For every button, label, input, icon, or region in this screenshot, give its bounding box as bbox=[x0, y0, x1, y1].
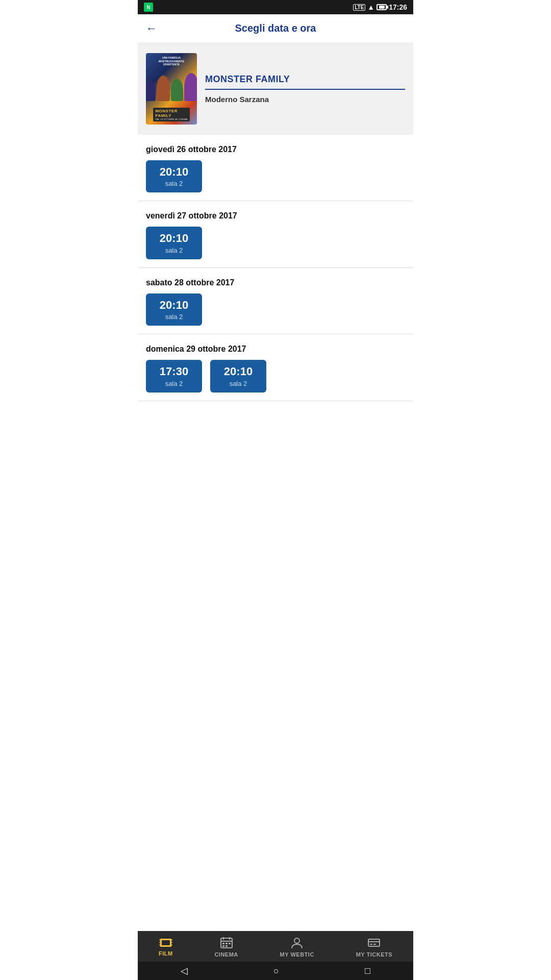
showtime-room-3-1: sala 2 bbox=[230, 380, 247, 387]
movie-title: MONSTER FAMILY bbox=[205, 74, 405, 90]
char-2 bbox=[157, 76, 170, 101]
showtime-room-3-0: sala 2 bbox=[165, 380, 183, 387]
showtime-time-1-0: 20:10 bbox=[160, 232, 188, 245]
signal-icon: ▲ bbox=[367, 3, 374, 11]
schedule-date-0: giovedì 26 ottobre 2017 bbox=[146, 145, 405, 154]
schedule-day-1: venerdì 27 ottobre 201720:10sala 2 bbox=[138, 201, 413, 267]
movie-poster: UNA FAMIGLIAMOSTRUOSAMENTEDIVERTENTE MON… bbox=[146, 53, 197, 125]
poster-date-text: DAL 19 OTTOBRE AL CINEMA bbox=[155, 118, 187, 120]
showtime-time-3-0: 17:30 bbox=[160, 365, 188, 378]
schedule-container: giovedì 26 ottobre 201720:10sala 2venerd… bbox=[138, 135, 413, 401]
char-4 bbox=[184, 73, 197, 101]
poster-logo: MONSTERFAMILY DAL 19 OTTOBRE AL CINEMA bbox=[153, 108, 189, 121]
poster-characters bbox=[146, 73, 197, 101]
schedule-day-3: domenica 29 ottobre 201717:30sala 220:10… bbox=[138, 334, 413, 401]
showtime-room-1-0: sala 2 bbox=[165, 247, 183, 254]
poster-overlay: UNA FAMIGLIAMOSTRUOSAMENTEDIVERTENTE MON… bbox=[146, 53, 197, 125]
showtime-btn-3-1[interactable]: 20:10sala 2 bbox=[210, 360, 266, 392]
showtime-time-2-0: 20:10 bbox=[160, 299, 188, 312]
schedule-day-0: giovedì 26 ottobre 201720:10sala 2 bbox=[138, 135, 413, 201]
showtime-time-3-1: 20:10 bbox=[224, 365, 253, 378]
char-3 bbox=[171, 79, 183, 101]
showtime-btn-2-0[interactable]: 20:10sala 2 bbox=[146, 293, 202, 326]
schedule-date-1: venerdì 27 ottobre 2017 bbox=[146, 211, 405, 220]
poster-top-text: UNA FAMIGLIAMOSTRUOSAMENTEDIVERTENTE bbox=[159, 56, 184, 66]
back-button[interactable]: ← bbox=[146, 22, 157, 35]
poster-logo-text: MONSTERFAMILY bbox=[155, 109, 187, 118]
movie-cinema: Moderno Sarzana bbox=[205, 95, 405, 104]
showtime-time-0-0: 20:10 bbox=[160, 165, 188, 179]
schedule-date-3: domenica 29 ottobre 2017 bbox=[146, 345, 405, 354]
naver-logo: N bbox=[144, 3, 153, 12]
lte-indicator: LTE bbox=[353, 4, 365, 11]
status-bar-left: N bbox=[144, 3, 153, 12]
showtime-btn-3-0[interactable]: 17:30sala 2 bbox=[146, 360, 202, 392]
showtime-room-2-0: sala 2 bbox=[165, 313, 183, 321]
status-bar: N LTE ▲ 17:26 bbox=[138, 0, 413, 14]
battery-icon bbox=[377, 4, 387, 10]
showtime-btn-0-0[interactable]: 20:10sala 2 bbox=[146, 160, 202, 192]
page-title: Scegli data e ora bbox=[235, 22, 316, 34]
status-time: 17:26 bbox=[389, 3, 407, 11]
char-1 bbox=[146, 81, 156, 101]
status-bar-right: LTE ▲ 17:26 bbox=[353, 3, 407, 11]
movie-card: UNA FAMIGLIAMOSTRUOSAMENTEDIVERTENTE MON… bbox=[138, 43, 413, 135]
content-scroll: UNA FAMIGLIAMOSTRUOSAMENTEDIVERTENTE MON… bbox=[138, 43, 413, 462]
movie-info: MONSTER FAMILY Moderno Sarzana bbox=[205, 74, 405, 104]
showtime-room-0-0: sala 2 bbox=[165, 180, 183, 187]
schedule-day-2: sabato 28 ottobre 201720:10sala 2 bbox=[138, 268, 413, 334]
schedule-date-2: sabato 28 ottobre 2017 bbox=[146, 278, 405, 287]
showtime-btn-1-0[interactable]: 20:10sala 2 bbox=[146, 227, 202, 259]
header: ← Scegli data e ora bbox=[138, 14, 413, 43]
